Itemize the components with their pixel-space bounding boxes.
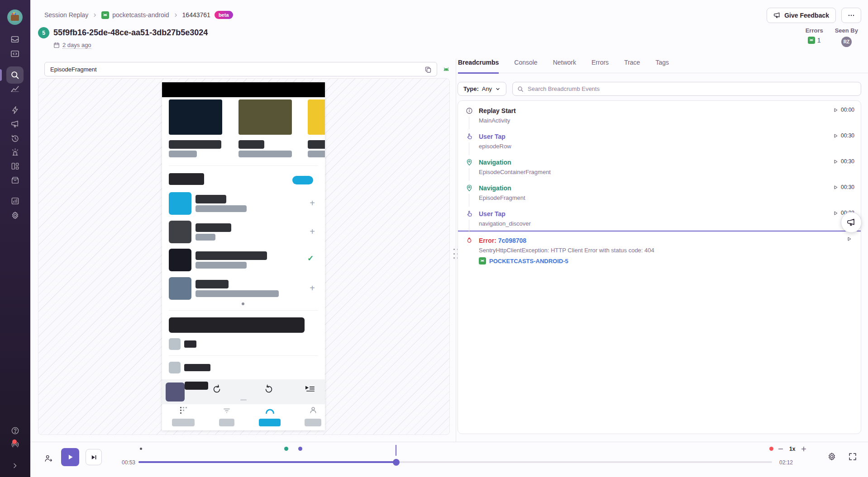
chevron-sep-icon — [173, 13, 178, 18]
up-next-queue-icon — [305, 385, 315, 393]
sidebar-item-broadcasts[interactable] — [6, 437, 24, 452]
sidebar-collapse-toggle[interactable] — [6, 458, 24, 473]
sidebar-item-explore[interactable] — [6, 46, 24, 61]
event-timestamp[interactable] — [847, 236, 854, 241]
play-button[interactable] — [61, 448, 79, 466]
megaphone-icon — [11, 120, 19, 128]
sidebar-item-whats-new[interactable] — [6, 116, 24, 132]
siren-icon — [11, 148, 19, 156]
time-ago-label[interactable]: 2 days ago — [62, 42, 91, 49]
podcasts-grid-icon — [180, 406, 187, 414]
playback-speed[interactable]: 1x — [789, 446, 795, 452]
breadcrumb-event-list: Replay StartMainActivity00:00User Tapepi… — [458, 100, 861, 434]
sidebar-item-stats[interactable] — [6, 193, 24, 208]
tab-trace[interactable]: Trace — [624, 59, 640, 73]
tab-errors[interactable]: Errors — [591, 59, 609, 73]
timeline-event-marker[interactable] — [140, 448, 142, 450]
timeline-event-marker[interactable] — [298, 447, 302, 451]
replay-segment-count-badge: 5 — [38, 27, 49, 38]
event-timestamp[interactable]: 00:30 — [833, 158, 854, 165]
sidebar-item-settings[interactable] — [6, 208, 24, 223]
timeline-handle[interactable] — [393, 459, 400, 466]
jump-to-user-action-button[interactable] — [41, 451, 56, 466]
tab-console[interactable]: Console — [514, 59, 537, 73]
error-label: Error: — [479, 237, 496, 244]
breadcrumb-session-replay[interactable]: Session Replay — [44, 11, 88, 19]
sidebar-item-releases[interactable] — [6, 172, 24, 188]
errors-count[interactable]: 1 — [817, 37, 821, 44]
timeline-scrubber[interactable] — [138, 442, 772, 477]
dom-search-input[interactable] — [44, 62, 437, 76]
replay-bottom-nav — [162, 404, 325, 430]
replay-meta: Errors 1 Seen By RZ — [806, 27, 858, 47]
event-timestamp[interactable]: 00:30 — [833, 184, 854, 190]
timeline-cursor — [396, 445, 396, 456]
plus-icon: + — [308, 284, 317, 293]
zoom-out-button[interactable] — [777, 446, 784, 452]
give-feedback-label: Give Feedback — [784, 12, 829, 19]
discover-arc-icon — [265, 408, 275, 414]
sidebar-item-alerts[interactable] — [6, 144, 24, 160]
breadcrumb-search — [512, 82, 861, 96]
breadcrumb-event[interactable]: NavigationEpisodeFragment00:30 — [458, 179, 861, 205]
seen-by-avatar[interactable]: RZ — [841, 37, 852, 47]
sidebar-item-dashboards[interactable] — [6, 158, 24, 174]
chevron-right-icon — [11, 462, 19, 469]
sidebar-item-history[interactable] — [6, 131, 24, 146]
info-icon — [466, 107, 473, 114]
more-options-button[interactable] — [841, 8, 861, 23]
breadcrumb-event[interactable]: Error: 7c098708SentryHttpClientException… — [458, 231, 861, 267]
timeline-event-marker[interactable] — [284, 447, 288, 451]
breadcrumb-event[interactable]: User TapepisodeRow00:30 — [458, 128, 861, 153]
event-description: MainActivity — [479, 117, 806, 125]
tab-tags[interactable]: Tags — [655, 59, 669, 73]
errors-label: Errors — [806, 27, 823, 34]
lightning-icon — [11, 106, 19, 114]
replay-player-viewport[interactable]: + + ✓ + — [38, 78, 450, 435]
timeline-event-marker[interactable] — [769, 447, 773, 451]
sidebar-item-insights[interactable] — [6, 81, 24, 96]
sidebar-item-issues[interactable] — [6, 32, 24, 47]
breadcrumb-replay-id: 16443761 — [182, 11, 210, 19]
total-time-label: 02:12 — [779, 459, 793, 466]
skip-back-icon — [211, 383, 222, 394]
zoom-in-button[interactable] — [801, 446, 807, 452]
org-avatar[interactable] — [7, 9, 23, 25]
event-description: navigation_discover — [479, 220, 806, 228]
skip-to-end-button[interactable] — [86, 449, 102, 465]
profile-icon — [309, 406, 317, 414]
type-filter-dropdown[interactable]: Type: Any — [458, 82, 506, 96]
plus-icon: + — [308, 227, 317, 236]
give-feedback-button[interactable]: Give Feedback — [767, 8, 836, 23]
sidebar — [0, 0, 30, 477]
error-id-link[interactable]: 7c098708 — [498, 237, 526, 244]
event-timestamp[interactable]: 00:30 — [833, 132, 854, 139]
broadcast-icon — [11, 440, 19, 449]
fullscreen-button[interactable] — [848, 452, 857, 461]
calendar-icon — [53, 42, 60, 48]
copy-icon[interactable] — [423, 64, 434, 75]
sidebar-item-help[interactable] — [6, 423, 24, 438]
player-settings-button[interactable] — [827, 452, 836, 461]
search-icon — [10, 71, 19, 80]
beta-badge: beta — [215, 11, 233, 19]
sidebar-item-performance[interactable] — [6, 102, 24, 118]
bar-chart-icon — [11, 197, 19, 205]
replay-episode-art — [169, 221, 191, 243]
floating-feedback-button[interactable] — [841, 212, 862, 233]
fullscreen-icon — [848, 452, 857, 461]
tab-breadcrumbs[interactable]: Breadcrumbs — [458, 59, 499, 74]
event-timestamp[interactable]: 00:00 — [833, 107, 854, 113]
error-project-link[interactable]: POCKETCASTS-ANDROID-5 — [479, 257, 806, 264]
breadcrumb-event[interactable]: Replay StartMainActivity00:00 — [458, 102, 861, 128]
replay-episode-art — [169, 192, 191, 215]
replay-card — [308, 99, 325, 135]
tap-icon — [466, 210, 473, 217]
replay-device-screen: + + ✓ + — [162, 82, 325, 430]
code-folder-icon — [10, 49, 19, 58]
tab-network[interactable]: Network — [553, 59, 576, 73]
breadcrumb-event[interactable]: User Tapnavigation_discover00:33 — [458, 205, 861, 231]
breadcrumb-project[interactable]: pocketcasts-android — [101, 11, 169, 19]
breadcrumb-search-input[interactable] — [527, 85, 856, 93]
breadcrumb-event[interactable]: NavigationEpisodeContainerFragment00:30 — [458, 153, 861, 179]
